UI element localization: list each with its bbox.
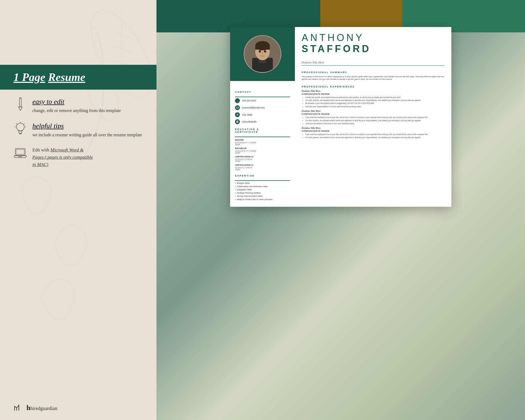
left-panel: 1 Page Resume easy to edit change, edit …	[0, 0, 156, 420]
exp-title-1: Position Title Here	[302, 110, 445, 112]
education-section-title: EDUCATION &CERTIFICATE	[235, 128, 290, 133]
position-title: Position Title Here	[302, 61, 445, 64]
svg-line-2	[116, 32, 129, 38]
cert1-year: YEAR	[235, 160, 290, 162]
location-icon	[235, 112, 240, 117]
title-underline	[302, 65, 445, 66]
education-divider	[235, 137, 290, 137]
cert1-label: CERTIFICATION #1	[235, 155, 290, 158]
contact-section-title: CONTACT	[235, 91, 290, 93]
resume-left-column: CONTACT 333.333.3333 youremail@email.com	[230, 27, 295, 207]
master-degree: MASTER	[235, 139, 290, 141]
exp-bullet-item: For each position, use detailed actions …	[305, 99, 445, 102]
expertise-divider	[235, 180, 290, 181]
master-year: YEAR	[235, 144, 290, 145]
skill-item: Ability to remain calm in under pressure	[235, 198, 290, 201]
skill-item: Strong Communication Skills	[235, 195, 290, 197]
contact-divider	[235, 97, 290, 97]
exp-bullet-item: Include any specific accomplishments you…	[305, 96, 445, 99]
bachelor-year: YEAR	[235, 152, 290, 154]
skill-item: Delegation Skills	[235, 188, 290, 191]
linkedin-icon	[235, 119, 240, 124]
contact-location: City, State	[235, 112, 290, 117]
svg-rect-32	[237, 121, 237, 123]
professional-experiences-title: PROFESSIONAL EXPERIENCES	[302, 85, 445, 88]
svg-rect-19	[16, 149, 24, 154]
name-area: ANTHONY STAFFORD	[295, 27, 451, 59]
bachelor-degree: BACHELOR	[235, 147, 290, 150]
laptop-icon	[13, 146, 27, 160]
brand-name: hhiredguardian	[26, 404, 57, 412]
skill-item: Analysis Skills	[235, 182, 290, 184]
lightbulb-icon	[13, 122, 27, 136]
svg-point-28	[264, 50, 266, 53]
logo-icon	[13, 404, 24, 412]
professional-summary-section: PROFESSIONAL SUMMARY The purpose of this…	[295, 69, 451, 83]
cert2-school: School/State	[235, 167, 290, 169]
skills-list: Analysis SkillsCollaboration and Motivat…	[235, 182, 290, 201]
feature-compatibility: Edit with Microsoft Word &Pages (.pages …	[13, 146, 143, 168]
exp-bullet-item: For each position, use detailed actions …	[305, 136, 445, 139]
left-col-content: CONTACT 333.333.3333 youremail@email.com	[230, 81, 295, 207]
resume-right-column: ANTHONY STAFFORD Position Title Here PRO…	[295, 27, 451, 207]
location-text: City, State	[242, 113, 253, 116]
phone-number: 333.333.3333	[242, 99, 256, 102]
professional-summary-text: The purpose of this area is to direct em…	[302, 75, 445, 81]
svg-rect-29	[236, 107, 238, 109]
exp-bullets-1: If you want the emphasis to be on your t…	[302, 116, 445, 125]
skill-item: Collaboration and Motivation Skills	[235, 185, 290, 188]
master-school: UNIVERSITY NAME	[235, 142, 290, 144]
exp-company-2: COMPANY|DATE RANGE	[302, 130, 445, 132]
exp-bullets-2: If you want the emphasis to be on your t…	[302, 133, 445, 139]
feature-tips-text: helpful tips we include a resume writing…	[32, 122, 142, 138]
pencil-icon	[13, 98, 27, 111]
position-title-area: Position Title Here	[295, 59, 451, 69]
compatibility-label: Microsoft Word &Pages (.pages is only co…	[32, 147, 93, 167]
exp-bullet-item: For each position, use detailed actions …	[305, 119, 445, 122]
exp-bullet-item: Describe your responsibilities in concis…	[305, 105, 445, 108]
professional-experiences-section: PROFESSIONAL EXPERIENCES Position Title …	[295, 83, 451, 143]
page-resume-banner: 1 Page Resume	[0, 65, 156, 90]
linkedin-text: in/yourlinkedin	[242, 120, 257, 123]
first-name: ANTHONY	[302, 32, 445, 43]
last-name: STAFFORD	[302, 43, 445, 55]
professional-summary-title: PROFESSIONAL SUMMARY	[302, 71, 445, 74]
feature-edit: easy to edit change, edit or remove anyt…	[13, 98, 143, 114]
svg-rect-9	[19, 98, 22, 99]
svg-point-27	[259, 50, 261, 53]
feature-edit-text: easy to edit change, edit or remove anyt…	[32, 98, 121, 114]
exp-company-1: COMPANY|DATE RANGE	[302, 113, 445, 115]
profile-photo	[244, 35, 281, 73]
exp-bullet-item: If you want the emphasis to be on your t…	[305, 116, 445, 119]
svg-point-0	[79, 1, 156, 107]
exp-bullet-item: If you want the emphasis to be on your t…	[305, 133, 445, 136]
cert2-year: YEAR	[235, 169, 290, 171]
email-address: youremail@email.com	[242, 106, 265, 109]
exp-bullet-item: Limit your description to the three or f…	[305, 122, 445, 125]
svg-point-33	[237, 121, 237, 121]
skill-item: Strategic Planning Abilities	[235, 192, 290, 194]
svg-rect-26	[255, 46, 270, 49]
banner-text: 1 Page Resume	[13, 71, 143, 84]
exp-title-2: Position Title Here	[302, 127, 445, 129]
svg-line-3	[113, 46, 132, 53]
contact-linkedin: in/yourlinkedin	[235, 119, 290, 124]
svg-point-10	[16, 123, 24, 131]
bachelor-school: UNIVERSITY NAME	[235, 150, 290, 152]
feature-tips: helpful tips we include a resume writing…	[13, 122, 143, 138]
leaf-decoration	[0, 0, 156, 420]
exp-title-0: Position Title Here	[302, 90, 445, 92]
photo-area	[230, 27, 295, 81]
feature-compatibility-text: Edit with Microsoft Word &Pages (.pages …	[32, 146, 93, 168]
contact-phone: 333.333.3333	[235, 98, 290, 103]
phone-icon	[235, 98, 240, 103]
exp-bullets-0: Include any specific accomplishments you…	[302, 96, 445, 108]
email-icon	[235, 105, 240, 110]
exp-company-0: COMPANY|DATE RANGE	[302, 93, 445, 95]
svg-line-14	[16, 123, 17, 124]
right-panel: CONTACT 333.333.3333 youremail@email.com	[156, 0, 525, 420]
cert2-label: CERTIFICATION #2	[235, 164, 290, 166]
exp-bullet-item: Be detailed in your descriptions without…	[305, 102, 445, 105]
resume-card: CONTACT 333.333.3333 youremail@email.com	[230, 27, 451, 207]
svg-line-15	[24, 123, 25, 124]
